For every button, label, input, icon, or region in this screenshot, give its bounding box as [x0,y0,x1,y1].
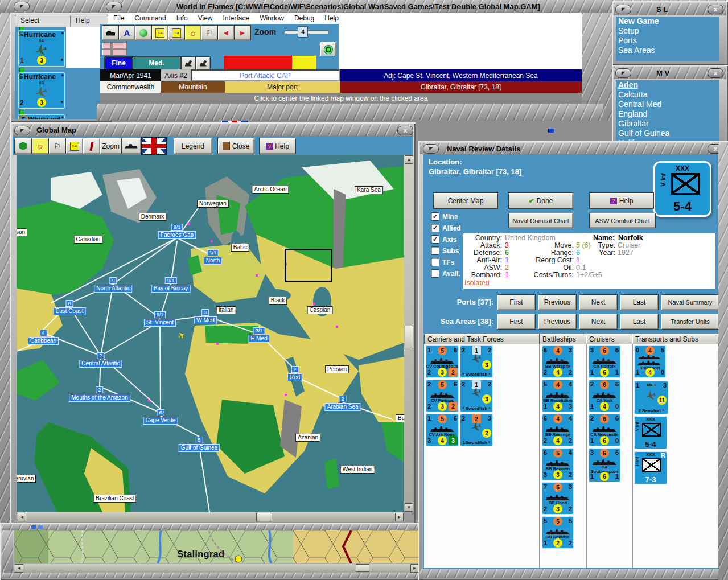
scroll-right-icon[interactable]: ► [395,513,404,521]
menu-file[interactable]: File [108,13,129,23]
legend-button[interactable]: Legend [174,138,212,154]
mv-item-aden[interactable]: Aden [616,80,719,90]
sea-area-bay-of-biscay[interactable]: 9/1Bay of Biscay [151,277,191,293]
seas-previous-button[interactable]: Previous [538,314,577,330]
sea-area-e-med[interactable]: 3/1E Med [249,327,270,343]
mv-item-england[interactable]: England [616,109,719,119]
sl-item-sea-areas[interactable]: Sea Areas [616,46,719,55]
sea-area-north-atlantic[interactable]: 9North Atlantic [94,277,132,293]
counter-button[interactable]: 7-4 [65,138,83,154]
sea-area-mouths-of-the-amazon[interactable]: 2Mouths of the Amazon [69,386,130,402]
production-button[interactable] [135,25,152,40]
ports-previous-button[interactable]: Previous [538,294,577,310]
scroll-down-icon[interactable]: ▼ [405,503,413,512]
asw-combat-chart-button[interactable]: ASW Combat Chart [589,213,656,228]
weather-button[interactable]: ☼ [184,25,201,40]
germany-flag[interactable] [102,42,127,56]
sea-area-faeroes-gap[interactable]: 9/1Faeroes Gap [158,224,196,239]
sea-area-arabian-sea[interactable]: 2Arabian Sea [324,396,360,411]
prev-button[interactable]: ◄ [217,25,235,40]
column-header-cruisers[interactable]: Cruisers [586,334,635,344]
column-header-transports[interactable]: Transports and Subs [632,334,725,344]
window-menu-button[interactable]: ◤ [14,2,30,11]
land-counter-ii-inf[interactable]: XXX R II Inf 7-3 [634,451,667,484]
menu-info[interactable]: Info [171,13,193,23]
ship-counter-ca-norfolk[interactable]: 366 CA Norfolk 161 [589,345,620,378]
minimize-icon[interactable]: ◤ [423,144,439,154]
sea-area-cape-verde[interactable]: 6Cape Verde [143,409,178,425]
sea-area-gulf-of-guinea[interactable]: 5Gulf of Guinea [179,437,220,452]
land-counter-v-inf[interactable]: XXX V Inf 5-4 [634,416,667,449]
air-counter-beaufort[interactable]: 1 Mk. I 3 ✈ 11 2 Beaufort * [634,381,668,414]
sea-area-north[interactable]: 1/1North [204,249,222,265]
close-icon[interactable]: X [397,126,413,135]
mv-item-calcutta[interactable]: Calcutta [616,90,719,100]
filter-subs[interactable]: Subs [431,246,459,255]
ship-counter-ca-southampton[interactable]: 366 CA Southampton 161 [589,448,620,482]
air-counter-swordfish-1[interactable]: 2 1 2 ✈ 3 * Swordfish * [460,345,493,378]
next-button[interactable]: ► [234,25,251,40]
mv-item-halifax[interactable]: Halifax [616,138,719,141]
scroll-thumb[interactable] [256,513,272,521]
minimize-icon[interactable]: ◤ [14,126,30,135]
air-mission-button[interactable]: A [118,25,135,40]
checkbox-icon[interactable] [431,269,439,278]
ship-counter-cv-ark-royal[interactable]: 1 5 6 CV Ark Royal 3 4 3 [426,414,459,446]
transfer-units-button[interactable]: Transfer Units [661,314,719,330]
map-canvas[interactable]: Arctic Ocean Kara Sea Norwegian Denmark … [17,155,404,512]
sea-area-red[interactable]: 2Red [287,366,302,381]
menu-debug[interactable]: Debug [289,13,319,23]
ship-counter-bb-hood[interactable]: 753 BB Hood 232 [542,482,574,515]
naval-combat-chart-button[interactable]: Naval Combat Chart [508,213,573,228]
filter-tfs[interactable]: TFs [431,258,454,266]
ship-counter-bb-revenge[interactable]: 644 BB Revenge 242 [542,414,574,446]
thermo-button[interactable] [83,138,100,154]
ship-counter-transport[interactable]: 045 Transport 140 [634,345,666,378]
counter-view-button-2[interactable]: 7-4 [168,25,185,40]
map-vscrollbar[interactable]: ▲ ▼ [404,155,413,512]
sl-item-setup[interactable]: Setup [616,26,719,36]
ship-counter-bb-repulse[interactable]: 555 BB Repulse 122 [542,516,574,549]
counter-view-button[interactable]: 7-4 [151,25,168,40]
ports-next-button[interactable]: Next [579,294,618,310]
rail-move-button[interactable] [102,25,119,40]
checkbox-icon[interactable] [431,258,439,266]
sl-item-new-game[interactable]: New Game [616,17,719,26]
strip-hscrollbar[interactable]: ◄ ► [14,564,419,572]
minimize-icon[interactable]: ◤ [615,5,631,14]
map-help-button[interactable]: ?Help [259,138,296,154]
land-unit-counter[interactable]: XXX V Inf 5-4 [653,161,711,217]
filter-axis[interactable]: Axis [431,235,456,244]
mv-item-central-med[interactable]: Central Med [616,100,719,109]
checkbox-icon[interactable] [431,212,439,221]
help-menu[interactable]: Help [71,15,95,27]
scroll-up-icon[interactable]: ▲ [405,155,413,164]
ports-last-button[interactable]: Last [620,294,659,310]
map-zoom-button[interactable]: Zoom [100,138,122,154]
sea-area-w-med[interactable]: 3W Med [194,309,217,324]
ship-counter-cv-courageous[interactable]: 1 5 6 CV Courageous 2 3 2 [426,345,459,378]
air-unit-counter[interactable]: 5 Hurricane * IIB ✈ 2 3 * [18,72,65,109]
sl-item-ports[interactable]: Ports [616,36,719,46]
minimize-icon[interactable]: ◤ [615,68,631,78]
sea-area-east-coast[interactable]: 8East Coast [54,300,86,315]
menu-view[interactable]: View [193,13,218,23]
air-counter-swordfish-3[interactable]: 2 2 3 ✈ 2 1Swordfish * [460,414,493,446]
scroll-right-icon[interactable]: ► [410,564,419,573]
scroll-thumb[interactable] [405,326,413,349]
naval-button[interactable] [121,138,141,154]
menu-command[interactable]: Command [129,13,171,23]
ship-counter-ca-york[interactable]: 266 CA York 140 [589,380,620,412]
zoom-slider-thumb[interactable]: 4 [298,26,308,38]
ship-counter-cv-furious[interactable]: 2 5 6 CV Furious 2 3 2 [426,380,459,412]
select-menu[interactable]: Select [15,15,71,27]
detail-map-canvas[interactable]: Stalingrad [14,530,419,563]
flag-button[interactable]: ⚐ [201,25,218,40]
filter-mine[interactable]: Mine [431,212,458,221]
column-header-carriers[interactable]: Carriers and Task Forces [424,334,542,344]
column-header-battleships[interactable]: Battleships [539,334,589,344]
help-button[interactable]: ?Help [589,192,654,209]
gun-button-2[interactable] [196,56,211,70]
ship-counter-bb-warspite[interactable]: 643 BB Warspite 242 [542,345,574,378]
ports-first-button[interactable]: First [497,294,536,310]
